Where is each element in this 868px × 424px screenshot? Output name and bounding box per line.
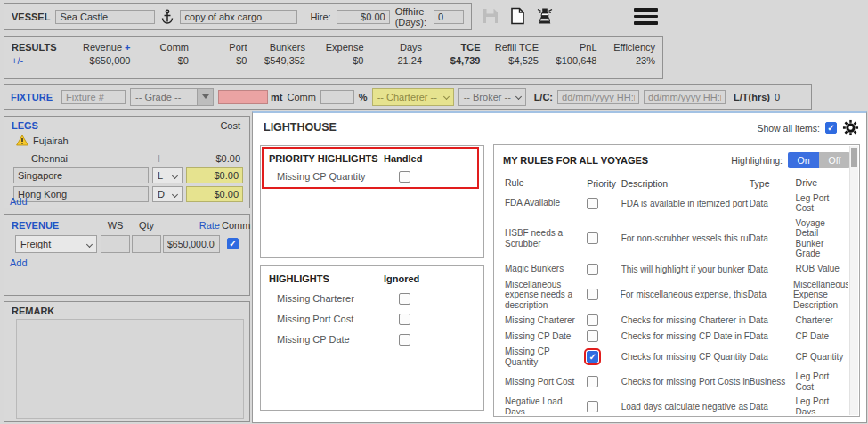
warning-icon (16, 135, 28, 146)
rule-description: Checks for missing Port Costs in a... (621, 377, 750, 387)
leg-port-static[interactable]: Chennai (31, 153, 68, 164)
rule-drive: Leg Port Cost (796, 371, 848, 392)
ignored-checkbox[interactable] (399, 293, 410, 305)
revenue-add-link[interactable]: Add (10, 257, 28, 268)
rule-row: Negative Load Days Load days calculate n… (496, 395, 848, 415)
rule-description: Checks for missing CP Quantity in... (621, 352, 750, 362)
priority-checkbox[interactable] (587, 314, 598, 326)
cp-quantity-input[interactable] (218, 90, 268, 104)
highlighting-on-button[interactable]: On (788, 152, 819, 168)
priority-checkbox[interactable] (587, 289, 598, 300)
anchor-icon[interactable] (160, 9, 174, 25)
legs-panel: LEGS Cost Fujairah Chennai I $0.00 L D A… (4, 116, 250, 208)
rules-scrollbar[interactable] (849, 146, 858, 415)
hire-label: Hire: (310, 12, 330, 22)
chevron-down-icon (172, 191, 178, 197)
grade-dropdown-button[interactable] (198, 88, 214, 106)
results-col-expense: Expense$0 (309, 41, 368, 78)
fixture-comm-input[interactable] (320, 90, 354, 104)
broker-select[interactable]: -- Broker -- (458, 88, 526, 106)
new-document-icon[interactable] (508, 6, 526, 26)
rule-type: Data (750, 402, 796, 412)
lighthouse-icon[interactable] (534, 5, 556, 27)
chevron-down-icon (86, 241, 93, 247)
revenue-comm-checkbox[interactable] (227, 238, 239, 249)
ws-input[interactable] (101, 235, 130, 253)
revenue-comm-header: Comm (222, 220, 250, 231)
leg-cost-input[interactable] (186, 167, 243, 183)
priority-checkbox[interactable] (587, 401, 598, 412)
highlighting-off-button[interactable]: Off (819, 152, 850, 168)
qty-input[interactable] (132, 235, 161, 253)
rule-type: Data (750, 233, 796, 243)
gear-icon[interactable] (842, 119, 859, 136)
rule-drive: Leg Port Days (796, 396, 848, 414)
ignored-checkbox[interactable] (399, 334, 410, 346)
scrollbar-thumb[interactable] (851, 148, 857, 167)
legs-title: LEGS (12, 120, 38, 131)
results-panel: RESULTS +/- Revenue +$650,000 Comm$0 Por… (4, 36, 663, 79)
vessel-name-input[interactable] (55, 10, 155, 24)
type-column-header: Type (750, 178, 796, 189)
rule-type: Data (750, 331, 796, 341)
laycan-from-input[interactable] (557, 90, 639, 104)
rule-name: Magic Bunkers (505, 264, 587, 274)
priority-checkbox[interactable] (587, 232, 598, 244)
rule-description: FDA is available in itemized port c... (621, 199, 750, 208)
show-all-items-checkbox[interactable] (825, 122, 837, 134)
priority-checkbox[interactable] (587, 264, 598, 275)
rate-header[interactable]: Rate (163, 220, 220, 231)
highlight-label: Missing Charterer (277, 293, 354, 304)
results-col-port: Port$0 (192, 41, 251, 78)
priority-checkbox[interactable] (587, 351, 598, 363)
rule-type: Data (748, 289, 793, 299)
highlight-item: Missing CP Date (277, 334, 471, 345)
leg-port-warning[interactable]: Fujairah (33, 135, 69, 146)
grade-select[interactable]: -- Grade -- (130, 88, 198, 106)
leg-type-select[interactable]: L (152, 167, 183, 183)
highlighting-label: Highlighting: (731, 155, 783, 166)
results-plus-minus[interactable]: +/- (12, 54, 76, 68)
priority-checkbox[interactable] (587, 198, 598, 209)
rule-name: FDA Available (505, 198, 587, 208)
revenue-title: REVENUE (12, 220, 59, 231)
highlight-label: Missing Port Cost (277, 314, 353, 324)
dropdown-arrow-icon (202, 94, 209, 99)
rule-drive: Charterer (796, 315, 848, 326)
hire-input[interactable] (337, 10, 390, 24)
laycan-to-input[interactable] (644, 90, 726, 104)
rate-input[interactable] (163, 235, 220, 253)
results-label: RESULTS (12, 41, 76, 54)
remark-textarea[interactable] (16, 319, 244, 419)
rule-description: This will highlight if your bunker R... (621, 265, 750, 274)
leg-cost-input[interactable] (186, 186, 243, 202)
rule-name: Missing CP Quantity (505, 347, 587, 367)
priority-column-header: Priority (587, 178, 621, 189)
priority-highlight-label: Missing CP Quantity (277, 171, 365, 182)
chevron-down-icon (443, 94, 450, 100)
vessel-label: VESSEL (12, 12, 50, 22)
rule-drive: Leg Port Cost (796, 193, 848, 214)
rule-name: HSBF needs a Scrubber (505, 228, 587, 249)
leg-port-input[interactable] (13, 167, 149, 183)
cargo-name-input[interactable] (180, 10, 297, 24)
handled-checkbox[interactable] (399, 171, 410, 183)
save-icon[interactable] (481, 6, 500, 26)
leg-port-input[interactable] (13, 186, 149, 202)
rule-description: For miscellaneous expense, this r... (621, 289, 748, 299)
offhire-input[interactable] (434, 10, 464, 24)
ignored-checkbox[interactable] (399, 314, 410, 325)
rule-row: Missing CP Date Checks for missing CP Da… (496, 329, 848, 345)
priority-checkbox[interactable] (587, 330, 598, 342)
fixture-number-input[interactable] (61, 90, 126, 104)
revenue-type-select[interactable]: Freight (15, 235, 97, 253)
leg-type-select[interactable]: D (152, 186, 183, 202)
charterer-select[interactable]: -- Charterer -- (372, 88, 454, 106)
revenue-panel: REVENUE WS Qty Rate Comm Freight Add (4, 214, 250, 296)
priority-checkbox[interactable] (587, 376, 598, 387)
my-rules-box: MY RULES FOR ALL VOYAGES Highlighting: O… (493, 144, 860, 417)
rule-drive: CP Date (796, 331, 848, 342)
legs-add-link[interactable]: Add (10, 196, 28, 207)
rule-column-header: Rule (505, 178, 587, 189)
menu-icon[interactable] (634, 8, 658, 25)
